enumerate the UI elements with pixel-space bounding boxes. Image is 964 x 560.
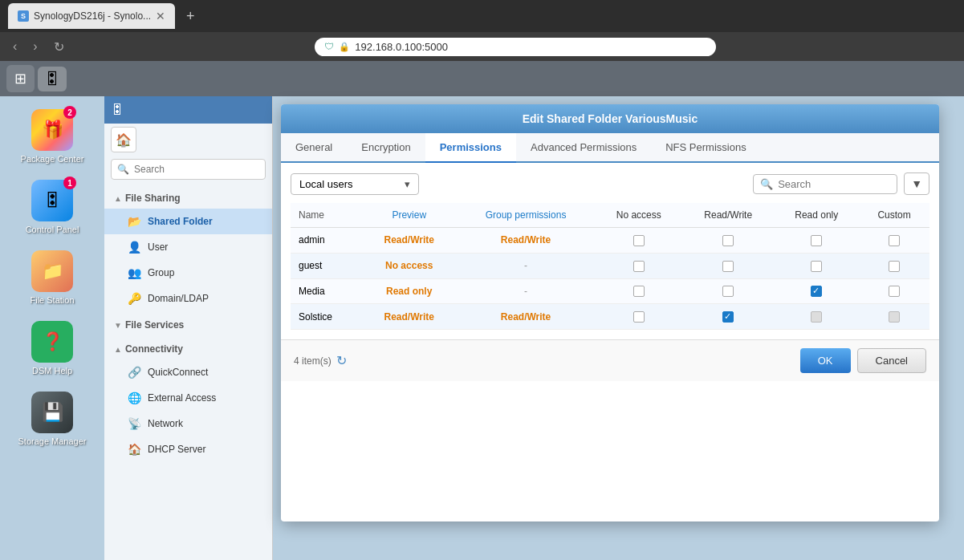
row-group-perm: -	[457, 253, 596, 278]
file-services-header[interactable]: ▼ File Services	[104, 314, 272, 335]
no-access-checkbox-guest[interactable]	[633, 261, 645, 272]
filter-button[interactable]: ▼	[904, 172, 929, 195]
row-read-write-cb[interactable]	[682, 278, 774, 304]
item-count: 4 item(s)	[294, 355, 332, 367]
cancel-button[interactable]: Cancel	[857, 348, 926, 373]
browser-tab[interactable]: S SynologyDS216j - Synolo... ✕	[8, 3, 175, 29]
sidebar-item-group[interactable]: 👥 Group	[104, 260, 272, 286]
cp-search-area: 🔍	[111, 159, 266, 180]
storage-manager-icon[interactable]: 💾 Storage Manager	[12, 387, 92, 451]
new-tab-button[interactable]: +	[181, 8, 200, 25]
row-read-write-cb[interactable]	[682, 304, 774, 330]
network-label: Network	[148, 418, 183, 429]
file-station-icon[interactable]: 📁 File Station	[12, 246, 92, 310]
sidebar-item-network[interactable]: 📡 Network	[104, 411, 272, 436]
row-custom-cb[interactable]	[859, 253, 929, 278]
package-center-label: Package Center	[21, 154, 84, 164]
control-panel-icon-img: 🎛 1	[31, 180, 73, 221]
search-input[interactable]	[111, 159, 266, 180]
external-access-icon: 🌐	[127, 391, 141, 405]
forward-button[interactable]: ›	[28, 36, 42, 57]
table-row: admin Read/Write Read/Write	[291, 228, 929, 254]
row-read-only-cb[interactable]	[774, 228, 859, 254]
read-only-checkbox-guest[interactable]	[811, 261, 822, 272]
sidebar-item-quickconnect[interactable]: 🔗 QuickConnect	[104, 359, 272, 385]
custom-checkbox-guest[interactable]	[889, 261, 900, 272]
dsm-help-icon[interactable]: ❓ DSM Help	[12, 316, 92, 380]
connectivity-label: Connectivity	[125, 343, 183, 355]
read-write-checkbox-solstice[interactable]	[722, 311, 734, 323]
read-only-checkbox-admin[interactable]	[811, 235, 822, 246]
file-services-arrow: ▼	[114, 321, 122, 330]
browser-chrome: S SynologyDS216j - Synolo... ✕ +	[0, 0, 964, 32]
permissions-search-input[interactable]	[778, 178, 890, 190]
custom-checkbox-solstice[interactable]	[889, 311, 900, 323]
package-center-icon[interactable]: 🎁 2 Package Center	[12, 104, 92, 168]
row-no-access-cb[interactable]	[595, 278, 682, 304]
no-access-checkbox-media[interactable]	[633, 286, 645, 297]
dsm-help-icon-img: ❓	[31, 321, 73, 363]
user-filter-dropdown[interactable]: Local users ▾	[291, 173, 419, 195]
tab-nfs-permissions[interactable]: NFS Permissions	[651, 133, 760, 163]
row-name: Media	[291, 278, 362, 304]
read-write-checkbox-media[interactable]	[722, 286, 734, 297]
shield-icon: 🛡	[324, 41, 334, 52]
reload-button[interactable]: ↻	[49, 36, 69, 58]
row-no-access-cb[interactable]	[595, 228, 682, 254]
search-box: 🔍	[753, 174, 897, 194]
sidebar-item-user[interactable]: 👤 User	[104, 234, 272, 260]
row-read-only-cb[interactable]	[774, 253, 859, 278]
tab-advanced-permissions[interactable]: Advanced Permissions	[516, 133, 651, 163]
row-no-access-cb[interactable]	[595, 253, 682, 278]
row-custom-cb[interactable]	[859, 228, 929, 254]
row-custom-cb[interactable]	[859, 304, 929, 330]
table-row: Solstice Read/Write Read/Write	[291, 304, 929, 330]
external-access-label: External Access	[148, 392, 216, 404]
read-only-checkbox-solstice[interactable]	[811, 311, 822, 323]
row-no-access-cb[interactable]	[595, 304, 682, 330]
tab-encryption[interactable]: Encryption	[347, 133, 425, 163]
no-access-checkbox-solstice[interactable]	[633, 311, 645, 323]
row-custom-cb[interactable]	[859, 278, 929, 304]
tab-close-button[interactable]: ✕	[156, 10, 165, 22]
file-sharing-section: ▲ File Sharing 📂 Shared Folder 👤 User 👥 …	[104, 186, 272, 313]
back-button[interactable]: ‹	[8, 36, 22, 57]
read-write-checkbox-admin[interactable]	[722, 235, 734, 246]
dhcp-server-label: DHCP Server	[148, 444, 205, 455]
sidebar-item-shared-folder[interactable]: 📂 Shared Folder	[104, 209, 272, 234]
tab-general[interactable]: General	[281, 133, 347, 163]
connectivity-header[interactable]: ▲ Connectivity	[104, 339, 272, 359]
row-read-write-cb[interactable]	[682, 253, 774, 278]
ok-button[interactable]: OK	[800, 348, 851, 373]
sidebar-item-dhcp-server[interactable]: 🏠 DHCP Server	[104, 436, 272, 462]
permissions-content: Local users ▾ 🔍 ▼ Name Preview Gro	[281, 163, 939, 339]
sidebar-item-domain-ldap[interactable]: 🔑 Domain/LDAP	[104, 286, 272, 311]
col-read-write: Read/Write	[682, 203, 774, 228]
group-label: Group	[148, 267, 174, 278]
control-panel-icon[interactable]: 🎛 1 Control Panel	[12, 175, 92, 239]
connectivity-arrow: ▲	[114, 345, 122, 354]
read-write-checkbox-guest[interactable]	[722, 261, 734, 272]
custom-checkbox-media[interactable]	[889, 286, 900, 297]
cp-home-button[interactable]: 🏠	[111, 127, 136, 152]
group-icon: 👥	[127, 266, 141, 280]
file-sharing-header[interactable]: ▲ File Sharing	[104, 188, 272, 209]
read-only-checkbox-media[interactable]	[811, 286, 822, 297]
no-access-checkbox-admin[interactable]	[633, 235, 645, 246]
control-panel-label: Control Panel	[26, 225, 79, 234]
desktop-icons-area: 🎁 2 Package Center 🎛 1 Control Panel 📁 F…	[0, 96, 104, 560]
row-name: Solstice	[291, 304, 362, 330]
sidebar-item-external-access[interactable]: 🌐 External Access	[104, 385, 272, 411]
taskbar-active-app[interactable]: 🎛	[38, 67, 67, 91]
main-content-area: Edit Shared Folder VariousMusic General …	[273, 96, 964, 560]
row-read-write-cb[interactable]	[682, 228, 774, 254]
app-grid-button[interactable]: ⊞	[6, 65, 35, 92]
tab-permissions[interactable]: Permissions	[425, 133, 516, 163]
row-read-only-cb[interactable]	[774, 304, 859, 330]
refresh-button[interactable]: ↻	[336, 353, 347, 368]
address-bar[interactable]: 🛡 🔒 192.168.0.100:5000	[315, 38, 716, 56]
custom-checkbox-admin[interactable]	[889, 235, 900, 246]
file-services-label: File Services	[125, 319, 184, 331]
row-read-only-cb[interactable]	[774, 278, 859, 304]
storage-manager-icon-img: 💾	[31, 392, 73, 433]
